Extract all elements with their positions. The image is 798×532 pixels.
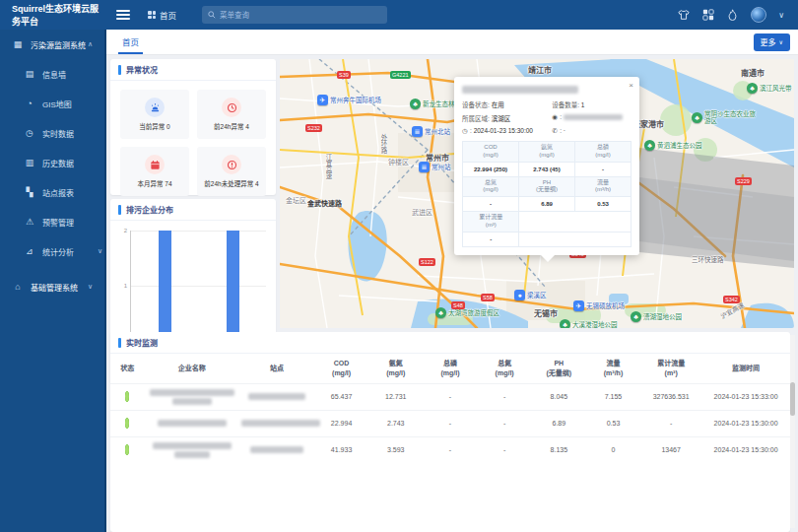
history-data-icon: ▥ [24, 158, 35, 167]
map-poi-marker[interactable]: ≣常州站 [419, 162, 451, 172]
card-label: 本月异常 [137, 180, 163, 187]
map-label-text: 梁溪区 [527, 292, 547, 299]
theme-skin-icon[interactable] [677, 9, 690, 22]
map-label: 江宜高速 [323, 154, 333, 179]
total-flow-cell: - [640, 410, 701, 436]
search-input[interactable] [220, 11, 381, 20]
poi-green-icon[interactable]: ♣ [435, 307, 446, 318]
sidebar-item-gis-map[interactable]: ◔ GIS地图 [0, 89, 104, 118]
bar-binhu[interactable] [227, 231, 239, 340]
home-grid-icon [148, 11, 156, 19]
map-label-text: 无锡市 [534, 307, 558, 318]
sidebar-item-history-data[interactable]: ▥ 历史数据 [0, 148, 104, 177]
table-row[interactable]: 41.933 3.593 - - 8.135 0 13467 2024-01-2… [110, 436, 790, 463]
tp-cell: - [423, 383, 477, 410]
tab-home[interactable]: 首页 [118, 30, 143, 54]
map-poi-marker[interactable]: ♣太湖湾旅游度假区 [435, 307, 499, 318]
map-label: S342 [723, 296, 740, 303]
sidebar-group-pollution-monitoring[interactable]: ▦ 污染源监测系统 ∧ [0, 30, 104, 59]
flow-cell: 0.53 [586, 410, 640, 436]
y-tick: 1 [117, 283, 127, 289]
card-24h-unhandled-abnormal[interactable]: 前24h未处理异常 4 [197, 147, 266, 196]
search-icon [208, 11, 216, 19]
table-row[interactable]: 22.994 2.743 - - 6.89 0.53 - 2024-01-23 … [110, 410, 790, 436]
map-poi-marker[interactable]: ≣常州北站 [412, 126, 450, 137]
info-wall-icon: ▤ [24, 69, 35, 79]
statistics-icon: ⊿ [24, 246, 35, 256]
realtime-monitor-panel: 实时监测 状态 企业名称 站点 COD(mg/l) 氨氮(mg/l) 总磷(mg… [110, 332, 790, 532]
table-row[interactable]: 65.437 12.731 - - 8.045 7.155 327636.531… [110, 383, 790, 410]
map-poi-marker[interactable]: ✈无锡硕放机场 [573, 300, 625, 311]
redacted-company-cell [145, 436, 240, 463]
realtime-monitor-table: 状态 企业名称 站点 COD(mg/l) 氨氮(mg/l) 总磷(mg/l) 总… [110, 354, 790, 463]
map-poi-marker[interactable]: ♣漕湖湿地公园 [631, 311, 682, 322]
sidebar-item-realtime-data[interactable]: ◷ 实时数据 [0, 118, 104, 148]
gis-map[interactable]: 靖江市南通市张家港市常州市无锡市钟楼区武进区金坛区金武快速路外环路江宜高速沪宜高… [280, 59, 794, 328]
map-poi-marker[interactable]: ♣滨江风光带 [747, 83, 792, 94]
map-poi-marker[interactable]: ♣大溪港湿地公园 [560, 319, 618, 328]
map-label-text: 金坛区 [286, 195, 306, 205]
poi-green-icon[interactable]: ♣ [631, 311, 641, 322]
breadcrumb[interactable]: 首页 [148, 9, 176, 21]
map-poi-marker[interactable]: ♣新龙生态林 [410, 99, 455, 109]
map-label-text: 无锡硕放机场 [586, 302, 625, 309]
map-label-text: S232 [305, 124, 322, 132]
redacted-station-cell [239, 383, 314, 410]
poi-blue-icon[interactable]: ● [514, 290, 525, 300]
map-label-text: 江宜高速 [323, 154, 333, 179]
sidebar-item-statistics[interactable]: ⊿ 统计分析 ∨ [0, 236, 104, 266]
flame-icon[interactable] [726, 9, 739, 22]
poi-blue-icon[interactable]: ≣ [419, 162, 430, 172]
map-label: 靖江市 [528, 64, 552, 75]
sidebar-group-label: 污染源监测系统 [31, 39, 86, 50]
user-avatar[interactable] [751, 7, 766, 23]
sidebar-group-base-management[interactable]: ⌂ 基础管理系统 ∨ [0, 272, 104, 301]
card-month-abnormal[interactable]: 本月异常 74 [120, 147, 189, 196]
sidebar-item-station-report[interactable]: ▚ 站点报表 [0, 177, 104, 207]
poi-green-icon[interactable]: ♣ [747, 83, 758, 94]
card-24h-abnormal[interactable]: 前24h异常 4 [197, 90, 266, 139]
map-poi-marker[interactable]: ✈常州奔牛国际机场 [317, 95, 381, 105]
menu-toggle-icon[interactable] [116, 10, 130, 20]
panel-title: 实时监测 [126, 337, 158, 348]
device-count-label: 设备数量: [552, 101, 579, 108]
cod-cell: 41.933 [314, 436, 368, 463]
clock-icon: ◷ [462, 127, 470, 135]
map-poi-marker[interactable]: ●梁溪区 [514, 290, 547, 300]
menu-search[interactable] [202, 6, 387, 24]
poi-green-icon[interactable]: ♣ [692, 112, 702, 123]
sidebar-item-info-wall[interactable]: ▤ 信息墙 [0, 59, 104, 89]
tn-cell: - [478, 436, 532, 463]
poi-blue-icon[interactable]: ✈ [317, 95, 328, 105]
tp-cell: - [423, 436, 477, 463]
card-current-abnormal[interactable]: 当前异常 0 [120, 90, 189, 139]
tn-value: - [463, 197, 519, 212]
user-menu-chevron-down-icon[interactable]: ∨ [778, 11, 784, 20]
poi-blue-icon[interactable]: ≣ [412, 126, 423, 137]
map-label-text: 钟楼区 [388, 157, 409, 166]
sidebar-item-alert-management[interactable]: ⚠ 预警管理 [0, 207, 104, 236]
more-button[interactable]: 更多 ∨ [754, 33, 790, 51]
map-poi-marker[interactable]: ♣黄泗浦生态公园 [644, 140, 702, 151]
total-flow-cell: 13467 [640, 436, 701, 463]
layout-screens-icon[interactable] [701, 9, 714, 22]
map-poi-marker[interactable]: ♣常阴沙生态农业旅游区 [692, 110, 756, 125]
poi-green-icon[interactable]: ♣ [644, 140, 655, 151]
bar-wuxi[interactable] [159, 231, 171, 340]
sidebar-item-label: 信息墙 [42, 69, 66, 80]
poi-green-icon[interactable]: ♣ [410, 99, 421, 109]
close-icon[interactable]: × [629, 81, 633, 90]
tn-cell: - [478, 383, 532, 410]
breadcrumb-home[interactable]: 首页 [160, 9, 176, 21]
ph-cell: 8.045 [532, 383, 586, 410]
siren-icon [145, 98, 165, 117]
popup-phone: · [564, 127, 565, 134]
chevron-down-icon: ∨ [779, 38, 783, 45]
app-title: Squirrel生态环境云服务平台 [0, 2, 106, 28]
scrollbar-thumb[interactable] [790, 382, 795, 416]
poi-blue-icon[interactable]: ✈ [573, 300, 584, 311]
redacted-company-cell [145, 410, 240, 436]
scrollbar-track[interactable] [790, 335, 795, 528]
poi-green-icon[interactable]: ♣ [560, 319, 570, 328]
map-label: S58 [481, 294, 495, 301]
